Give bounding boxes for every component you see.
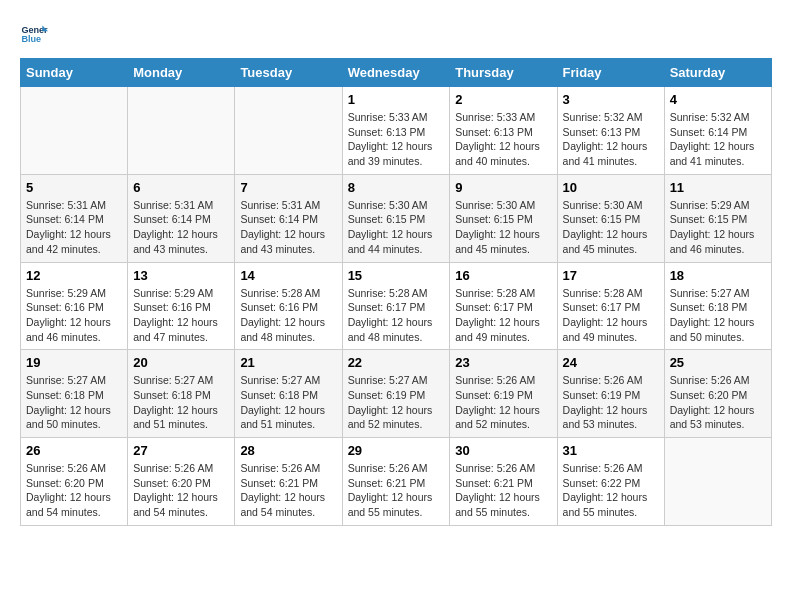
calendar-cell: 31Sunrise: 5:26 AM Sunset: 6:22 PM Dayli… (557, 438, 664, 526)
day-info: Sunrise: 5:26 AM Sunset: 6:21 PM Dayligh… (455, 461, 551, 520)
calendar-cell: 11Sunrise: 5:29 AM Sunset: 6:15 PM Dayli… (664, 174, 771, 262)
day-info: Sunrise: 5:30 AM Sunset: 6:15 PM Dayligh… (348, 198, 445, 257)
calendar-cell: 20Sunrise: 5:27 AM Sunset: 6:18 PM Dayli… (128, 350, 235, 438)
day-info: Sunrise: 5:26 AM Sunset: 6:21 PM Dayligh… (348, 461, 445, 520)
calendar-cell: 26Sunrise: 5:26 AM Sunset: 6:20 PM Dayli… (21, 438, 128, 526)
day-number: 12 (26, 268, 122, 283)
weekday-header-friday: Friday (557, 59, 664, 87)
day-info: Sunrise: 5:29 AM Sunset: 6:15 PM Dayligh… (670, 198, 766, 257)
calendar-week-row: 19Sunrise: 5:27 AM Sunset: 6:18 PM Dayli… (21, 350, 772, 438)
calendar-week-row: 12Sunrise: 5:29 AM Sunset: 6:16 PM Dayli… (21, 262, 772, 350)
calendar-cell: 2Sunrise: 5:33 AM Sunset: 6:13 PM Daylig… (450, 87, 557, 175)
day-info: Sunrise: 5:27 AM Sunset: 6:18 PM Dayligh… (26, 373, 122, 432)
day-number: 15 (348, 268, 445, 283)
day-info: Sunrise: 5:26 AM Sunset: 6:20 PM Dayligh… (26, 461, 122, 520)
calendar-cell: 18Sunrise: 5:27 AM Sunset: 6:18 PM Dayli… (664, 262, 771, 350)
day-number: 16 (455, 268, 551, 283)
day-number: 24 (563, 355, 659, 370)
day-info: Sunrise: 5:30 AM Sunset: 6:15 PM Dayligh… (455, 198, 551, 257)
weekday-header-thursday: Thursday (450, 59, 557, 87)
day-info: Sunrise: 5:26 AM Sunset: 6:20 PM Dayligh… (670, 373, 766, 432)
calendar-cell: 25Sunrise: 5:26 AM Sunset: 6:20 PM Dayli… (664, 350, 771, 438)
calendar-cell (21, 87, 128, 175)
calendar-cell: 15Sunrise: 5:28 AM Sunset: 6:17 PM Dayli… (342, 262, 450, 350)
calendar-cell: 4Sunrise: 5:32 AM Sunset: 6:14 PM Daylig… (664, 87, 771, 175)
day-info: Sunrise: 5:28 AM Sunset: 6:16 PM Dayligh… (240, 286, 336, 345)
calendar-cell: 28Sunrise: 5:26 AM Sunset: 6:21 PM Dayli… (235, 438, 342, 526)
weekday-header-wednesday: Wednesday (342, 59, 450, 87)
calendar-cell (664, 438, 771, 526)
calendar-cell: 14Sunrise: 5:28 AM Sunset: 6:16 PM Dayli… (235, 262, 342, 350)
day-number: 2 (455, 92, 551, 107)
day-info: Sunrise: 5:28 AM Sunset: 6:17 PM Dayligh… (455, 286, 551, 345)
day-number: 25 (670, 355, 766, 370)
weekday-header-monday: Monday (128, 59, 235, 87)
calendar-cell (128, 87, 235, 175)
calendar-cell: 23Sunrise: 5:26 AM Sunset: 6:19 PM Dayli… (450, 350, 557, 438)
calendar-cell: 12Sunrise: 5:29 AM Sunset: 6:16 PM Dayli… (21, 262, 128, 350)
calendar-table: SundayMondayTuesdayWednesdayThursdayFrid… (20, 58, 772, 526)
calendar-week-row: 5Sunrise: 5:31 AM Sunset: 6:14 PM Daylig… (21, 174, 772, 262)
calendar-cell: 24Sunrise: 5:26 AM Sunset: 6:19 PM Dayli… (557, 350, 664, 438)
logo-icon: General Blue (20, 20, 48, 48)
day-number: 20 (133, 355, 229, 370)
calendar-cell: 6Sunrise: 5:31 AM Sunset: 6:14 PM Daylig… (128, 174, 235, 262)
day-number: 18 (670, 268, 766, 283)
day-number: 29 (348, 443, 445, 458)
weekday-header-tuesday: Tuesday (235, 59, 342, 87)
calendar-cell: 27Sunrise: 5:26 AM Sunset: 6:20 PM Dayli… (128, 438, 235, 526)
day-number: 5 (26, 180, 122, 195)
day-info: Sunrise: 5:31 AM Sunset: 6:14 PM Dayligh… (133, 198, 229, 257)
calendar-cell: 17Sunrise: 5:28 AM Sunset: 6:17 PM Dayli… (557, 262, 664, 350)
day-number: 9 (455, 180, 551, 195)
weekday-header-row: SundayMondayTuesdayWednesdayThursdayFrid… (21, 59, 772, 87)
calendar-cell: 21Sunrise: 5:27 AM Sunset: 6:18 PM Dayli… (235, 350, 342, 438)
calendar-cell: 22Sunrise: 5:27 AM Sunset: 6:19 PM Dayli… (342, 350, 450, 438)
day-number: 22 (348, 355, 445, 370)
calendar-cell: 1Sunrise: 5:33 AM Sunset: 6:13 PM Daylig… (342, 87, 450, 175)
day-number: 10 (563, 180, 659, 195)
calendar-cell: 19Sunrise: 5:27 AM Sunset: 6:18 PM Dayli… (21, 350, 128, 438)
day-info: Sunrise: 5:27 AM Sunset: 6:19 PM Dayligh… (348, 373, 445, 432)
calendar-cell: 8Sunrise: 5:30 AM Sunset: 6:15 PM Daylig… (342, 174, 450, 262)
calendar-cell: 5Sunrise: 5:31 AM Sunset: 6:14 PM Daylig… (21, 174, 128, 262)
calendar-cell: 9Sunrise: 5:30 AM Sunset: 6:15 PM Daylig… (450, 174, 557, 262)
day-info: Sunrise: 5:29 AM Sunset: 6:16 PM Dayligh… (133, 286, 229, 345)
day-number: 21 (240, 355, 336, 370)
calendar-cell: 13Sunrise: 5:29 AM Sunset: 6:16 PM Dayli… (128, 262, 235, 350)
day-number: 7 (240, 180, 336, 195)
day-number: 30 (455, 443, 551, 458)
weekday-header-sunday: Sunday (21, 59, 128, 87)
calendar-week-row: 26Sunrise: 5:26 AM Sunset: 6:20 PM Dayli… (21, 438, 772, 526)
day-number: 27 (133, 443, 229, 458)
day-number: 4 (670, 92, 766, 107)
day-info: Sunrise: 5:30 AM Sunset: 6:15 PM Dayligh… (563, 198, 659, 257)
calendar-cell: 7Sunrise: 5:31 AM Sunset: 6:14 PM Daylig… (235, 174, 342, 262)
weekday-header-saturday: Saturday (664, 59, 771, 87)
day-info: Sunrise: 5:28 AM Sunset: 6:17 PM Dayligh… (563, 286, 659, 345)
day-number: 14 (240, 268, 336, 283)
calendar-week-row: 1Sunrise: 5:33 AM Sunset: 6:13 PM Daylig… (21, 87, 772, 175)
calendar-cell: 16Sunrise: 5:28 AM Sunset: 6:17 PM Dayli… (450, 262, 557, 350)
day-info: Sunrise: 5:31 AM Sunset: 6:14 PM Dayligh… (240, 198, 336, 257)
day-info: Sunrise: 5:33 AM Sunset: 6:13 PM Dayligh… (455, 110, 551, 169)
day-info: Sunrise: 5:29 AM Sunset: 6:16 PM Dayligh… (26, 286, 122, 345)
day-info: Sunrise: 5:26 AM Sunset: 6:20 PM Dayligh… (133, 461, 229, 520)
page-header: General Blue (20, 20, 772, 48)
day-info: Sunrise: 5:27 AM Sunset: 6:18 PM Dayligh… (240, 373, 336, 432)
calendar-cell (235, 87, 342, 175)
day-info: Sunrise: 5:26 AM Sunset: 6:22 PM Dayligh… (563, 461, 659, 520)
day-info: Sunrise: 5:26 AM Sunset: 6:19 PM Dayligh… (455, 373, 551, 432)
day-number: 3 (563, 92, 659, 107)
day-info: Sunrise: 5:27 AM Sunset: 6:18 PM Dayligh… (133, 373, 229, 432)
day-info: Sunrise: 5:28 AM Sunset: 6:17 PM Dayligh… (348, 286, 445, 345)
day-info: Sunrise: 5:26 AM Sunset: 6:21 PM Dayligh… (240, 461, 336, 520)
calendar-cell: 30Sunrise: 5:26 AM Sunset: 6:21 PM Dayli… (450, 438, 557, 526)
day-number: 19 (26, 355, 122, 370)
calendar-cell: 3Sunrise: 5:32 AM Sunset: 6:13 PM Daylig… (557, 87, 664, 175)
day-number: 11 (670, 180, 766, 195)
day-number: 28 (240, 443, 336, 458)
calendar-cell: 29Sunrise: 5:26 AM Sunset: 6:21 PM Dayli… (342, 438, 450, 526)
svg-text:Blue: Blue (21, 34, 41, 44)
day-number: 31 (563, 443, 659, 458)
